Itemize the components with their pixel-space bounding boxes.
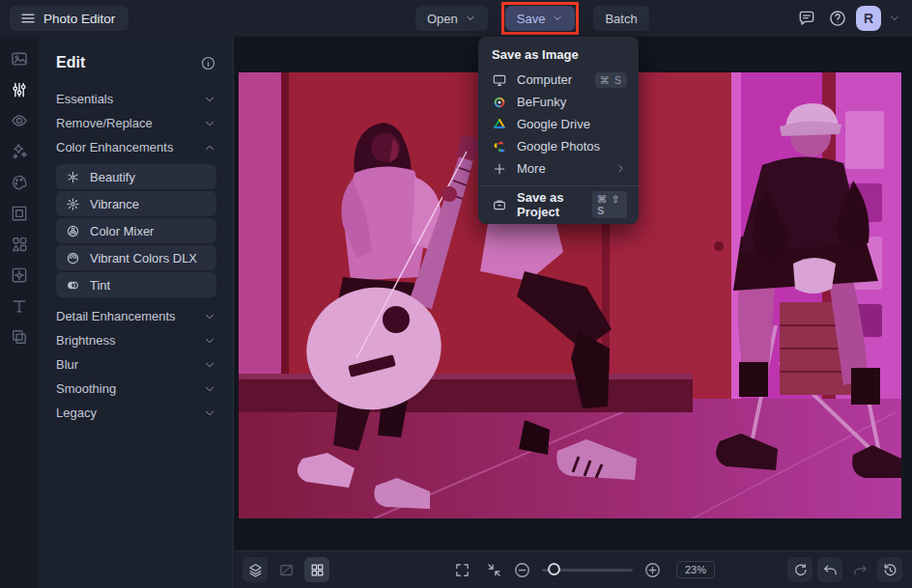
tool-tint[interactable]: Tint [56, 272, 216, 297]
section-legacy[interactable]: Legacy [56, 401, 216, 425]
chevron-down-icon [203, 93, 216, 106]
chevron-down-icon [203, 406, 216, 420]
layers-button[interactable] [242, 557, 268, 582]
zoom-out-button[interactable] [513, 561, 531, 579]
fit-to-screen-button[interactable] [481, 557, 506, 582]
edit-panel: Edit Essentials Remove/Replace Color Enh… [39, 37, 234, 588]
color-enhancements-list: Beautify Vibrance Color Mixer Vibrant Co… [56, 164, 216, 297]
zoom-slider[interactable] [542, 563, 633, 576]
color-mixer-icon [66, 224, 80, 238]
tool-beautify[interactable]: Beautify [56, 164, 216, 189]
google-drive-icon [492, 117, 507, 132]
info-icon[interactable] [200, 55, 216, 71]
top-bar: Photo Editor Open Save Batch R [0, 0, 912, 37]
feedback-chat-icon[interactable] [794, 6, 819, 31]
tool-vibrant-colors-dlx[interactable]: Vibrant Colors DLX [56, 245, 216, 270]
account-chevron-down-icon[interactable] [889, 13, 900, 24]
panel-title: Edit [56, 54, 85, 71]
touch-up-icon[interactable] [10, 111, 29, 130]
canvas-toolbar: 23% [235, 550, 912, 588]
google-photos-icon [492, 139, 507, 154]
zoom-slider-knob[interactable] [548, 563, 560, 575]
frames-icon[interactable] [10, 204, 29, 223]
graphics-shapes-icon[interactable] [10, 235, 29, 254]
save-dropdown-menu: Save as Image Computer ⌘ S BeFunky Googl… [478, 37, 639, 224]
section-smoothing[interactable]: Smoothing [56, 377, 216, 401]
menu-item-more[interactable]: More [478, 157, 639, 180]
menu-item-computer[interactable]: Computer ⌘ S [478, 69, 639, 91]
batch-button[interactable]: Batch [593, 6, 648, 31]
image-manager-button[interactable] [304, 557, 329, 582]
shortcut-badge: ⌘ ⇧ S [592, 191, 627, 218]
photo-manager-icon[interactable] [10, 49, 29, 69]
textures-icon[interactable] [10, 266, 29, 285]
help-icon[interactable] [825, 6, 850, 31]
edit-tools-icon[interactable] [10, 80, 29, 99]
tool-color-mixer[interactable]: Color Mixer [56, 218, 216, 243]
menu-item-google-drive[interactable]: Google Drive [478, 113, 639, 135]
beautify-icon [66, 170, 80, 184]
tint-icon [66, 278, 80, 293]
chevron-up-icon [203, 141, 216, 154]
chevron-down-icon [203, 358, 216, 372]
zoom-in-button[interactable] [643, 561, 662, 579]
file-actions: Open Save Batch [415, 6, 649, 31]
avatar[interactable]: R [856, 6, 881, 31]
vibrance-icon [66, 197, 80, 211]
before-after-compare-button[interactable] [273, 557, 299, 582]
menu-item-save-as-project[interactable]: Save as Project ⌘ ⇧ S [478, 192, 639, 217]
chevron-down-icon [465, 13, 476, 24]
undo-button[interactable] [817, 557, 842, 582]
computer-icon [492, 72, 507, 88]
menu-item-google-photos[interactable]: Google Photos [478, 135, 639, 157]
plus-icon [492, 161, 507, 177]
menu-divider [478, 185, 639, 186]
chevron-down-icon [203, 334, 216, 348]
effects-icon[interactable] [10, 142, 29, 161]
section-remove-replace[interactable]: Remove/Replace [56, 111, 216, 135]
chevron-down-icon [203, 310, 216, 323]
history-button[interactable] [877, 557, 902, 582]
section-brightness[interactable]: Brightness [56, 328, 216, 352]
layers-overlay-icon[interactable] [10, 327, 29, 347]
app-title: Photo Editor [43, 12, 115, 26]
main-menu-button[interactable]: Photo Editor [10, 6, 128, 31]
tool-vibrance[interactable]: Vibrance [56, 191, 216, 216]
text-tool-icon[interactable] [10, 296, 29, 316]
shortcut-badge: ⌘ S [595, 72, 627, 88]
save-menu-title: Save as Image [478, 43, 639, 69]
briefcase-icon [492, 197, 507, 212]
reset-button[interactable] [787, 557, 812, 582]
hamburger-icon [19, 10, 37, 27]
chevron-right-icon [614, 162, 627, 175]
tool-rail [0, 37, 39, 588]
section-essentials[interactable]: Essentials [56, 87, 216, 111]
account-area: R [794, 6, 900, 31]
menu-item-befunky[interactable]: BeFunky [478, 91, 639, 113]
redo-button[interactable] [847, 557, 872, 582]
section-detail-enhancements[interactable]: Detail Enhancements [56, 304, 216, 328]
befunky-icon [492, 95, 507, 110]
chevron-down-icon [203, 117, 216, 130]
section-blur[interactable]: Blur [56, 352, 216, 377]
artsy-palette-icon[interactable] [10, 173, 29, 192]
chevron-down-icon [203, 382, 216, 396]
save-button[interactable]: Save [505, 6, 576, 31]
section-color-enhancements[interactable]: Color Enhancements [56, 135, 216, 159]
zoom-level-value: 23% [676, 561, 715, 578]
open-button[interactable]: Open [415, 6, 488, 31]
fullscreen-button[interactable] [449, 557, 474, 582]
chevron-down-icon [552, 13, 563, 24]
vibrant-colors-dlx-icon [66, 251, 80, 266]
